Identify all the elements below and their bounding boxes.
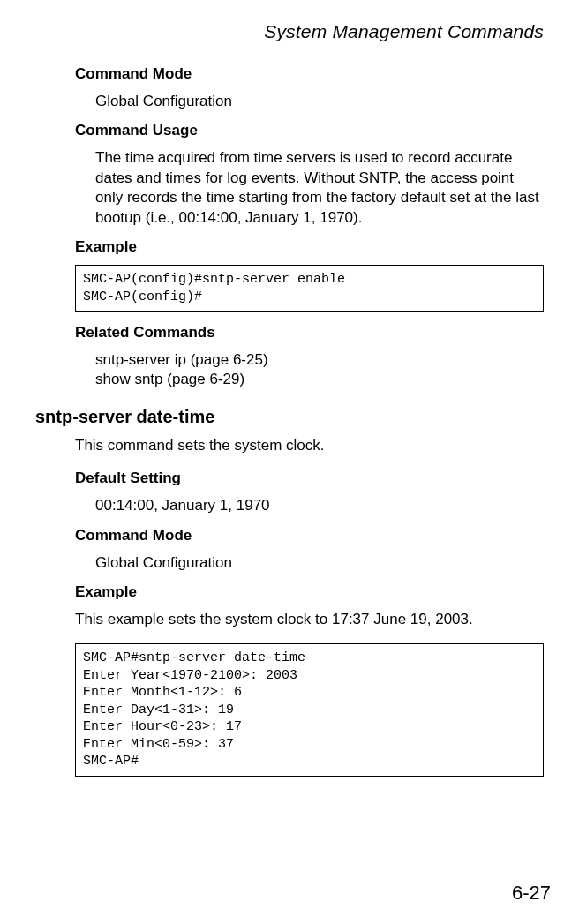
command-mode-heading-1: Command Mode [75, 65, 551, 83]
command-usage-text: The time acquired from time servers is u… [95, 148, 544, 228]
page-number: 6-27 [512, 882, 551, 905]
related-commands-heading: Related Commands [75, 324, 551, 342]
page-header: System Management Commands [35, 21, 551, 42]
default-setting-heading: Default Setting [75, 470, 551, 487]
example-heading-2: Example [75, 583, 551, 601]
example-intro-2: This example sets the system clock to 17… [75, 610, 544, 629]
example-heading-1: Example [75, 238, 551, 256]
default-setting-text: 00:14:00, January 1, 1970 [95, 496, 544, 515]
command-title-sntp-date-time: sntp-server date-time [35, 407, 551, 427]
command-mode-text-2: Global Configuration [95, 553, 544, 573]
example-code-1: SMC-AP(config)#sntp-server enable SMC-AP… [75, 265, 544, 312]
command-mode-text-1: Global Configuration [95, 92, 544, 111]
command-intro: This command sets the system clock. [75, 436, 544, 455]
related-command-2: show sntp (page 6-29) [95, 370, 551, 389]
command-usage-heading: Command Usage [75, 122, 551, 139]
related-commands-list: sntp-server ip (page 6-25) show sntp (pa… [95, 350, 551, 389]
related-command-1: sntp-server ip (page 6-25) [95, 350, 551, 370]
example-code-2: SMC-AP#sntp-server date-time Enter Year<… [75, 643, 544, 777]
command-mode-heading-2: Command Mode [75, 527, 551, 545]
